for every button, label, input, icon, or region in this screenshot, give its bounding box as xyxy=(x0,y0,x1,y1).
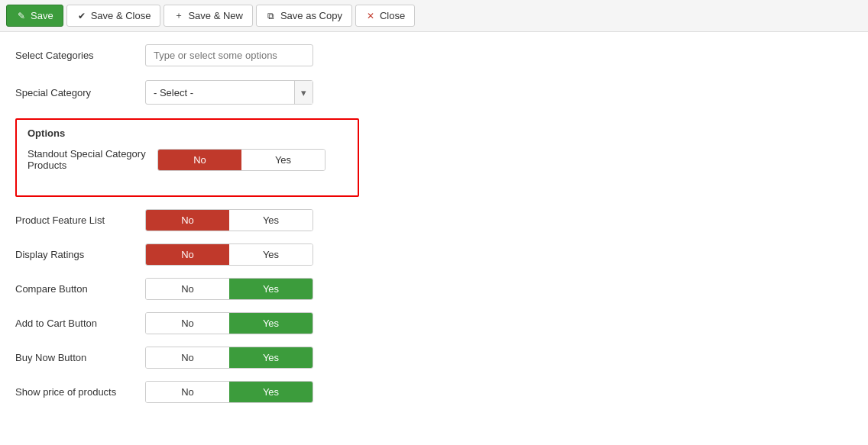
toggle-yes-button[interactable]: Yes xyxy=(229,313,313,334)
toggle-row: Display RatingsNoYes xyxy=(15,243,853,266)
plus-icon: ＋ xyxy=(173,11,184,21)
select-categories-row: Select Categories xyxy=(15,44,853,66)
standout-no-button[interactable]: No xyxy=(158,150,241,170)
save-copy-button[interactable]: ⧉ Save as Copy xyxy=(256,5,352,27)
toggle-row: Compare ButtonNoYes xyxy=(15,278,853,300)
special-category-select[interactable]: - Select - xyxy=(146,82,294,103)
toggle-no-button[interactable]: No xyxy=(146,210,229,231)
below-options-section: Product Feature ListNoYesDisplay Ratings… xyxy=(15,209,853,403)
toggle-row: Show price of productsNoYes xyxy=(15,381,853,403)
content-area: Select Categories Special Category - Sel… xyxy=(0,32,868,427)
toggle-group: NoYes xyxy=(145,209,313,231)
toggle-label: Compare Button xyxy=(15,283,145,295)
toggle-no-button[interactable]: No xyxy=(146,244,229,265)
toggle-yes-button[interactable]: Yes xyxy=(229,279,313,299)
close-button[interactable]: ✕ Close xyxy=(355,5,415,27)
toggle-group: NoYes xyxy=(145,381,313,403)
select-categories-input[interactable] xyxy=(145,44,313,66)
standout-toggle-group: No Yes xyxy=(157,149,326,171)
toggle-group: NoYes xyxy=(145,278,313,300)
toggle-no-button[interactable]: No xyxy=(146,382,229,402)
standout-row: Standout Special Category Products No Ye… xyxy=(28,148,347,171)
toggle-yes-button[interactable]: Yes xyxy=(229,347,313,368)
close-icon: ✕ xyxy=(365,11,376,21)
toolbar: ✎ Save ✔ Save & Close ＋ Save & New ⧉ Sav… xyxy=(0,0,868,32)
toggle-group: NoYes xyxy=(145,312,313,334)
toggle-group: NoYes xyxy=(145,243,313,266)
toggle-yes-button[interactable]: Yes xyxy=(229,244,313,265)
toggle-row: Product Feature ListNoYes xyxy=(15,209,853,231)
options-title: Options xyxy=(28,127,347,139)
toggle-no-button[interactable]: No xyxy=(146,279,229,299)
toggle-no-button[interactable]: No xyxy=(146,347,229,368)
special-category-row: Special Category - Select - ▾ xyxy=(15,80,853,105)
toggle-label: Buy Now Button xyxy=(15,352,145,363)
toggle-no-button[interactable]: No xyxy=(146,313,229,334)
select-categories-label: Select Categories xyxy=(15,50,145,61)
standout-yes-button[interactable]: Yes xyxy=(241,150,325,170)
toggle-yes-button[interactable]: Yes xyxy=(229,382,313,402)
checkmark-icon: ✔ xyxy=(76,11,87,21)
toggle-label: Product Feature List xyxy=(15,214,145,226)
copy-icon: ⧉ xyxy=(266,11,277,21)
special-category-select-wrapper: - Select - ▾ xyxy=(145,80,313,105)
toggle-row: Add to Cart ButtonNoYes xyxy=(15,312,853,334)
save-new-button[interactable]: ＋ Save & New xyxy=(164,5,253,27)
toggle-label: Add to Cart Button xyxy=(15,318,145,329)
options-box: Options Standout Special Category Produc… xyxy=(15,118,359,197)
chevron-down-icon[interactable]: ▾ xyxy=(294,81,313,104)
standout-label: Standout Special Category Products xyxy=(28,148,157,171)
toggle-label: Display Ratings xyxy=(15,249,145,260)
save-button[interactable]: ✎ Save xyxy=(6,5,63,27)
save-close-button[interactable]: ✔ Save & Close xyxy=(66,5,161,27)
toggle-group: NoYes xyxy=(145,347,313,369)
toggle-row: Buy Now ButtonNoYes xyxy=(15,347,853,369)
special-category-label: Special Category xyxy=(15,87,145,98)
save-icon: ✎ xyxy=(16,11,27,21)
toggle-yes-button[interactable]: Yes xyxy=(229,210,313,231)
toggle-label: Show price of products xyxy=(15,386,145,398)
